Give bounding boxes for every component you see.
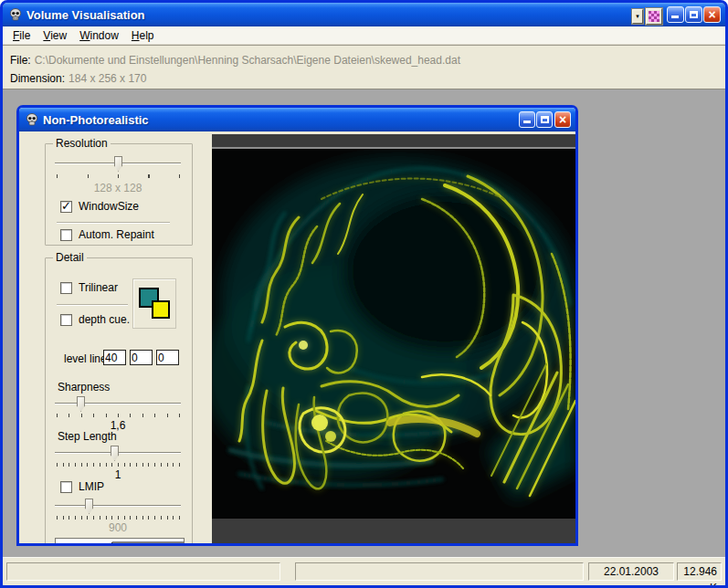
lmip-label: LMIP	[79, 480, 104, 493]
status-date: 22.01.2003	[588, 562, 674, 581]
resolution-slider-ticks	[57, 174, 181, 178]
step-length-slider-ticks	[57, 463, 181, 467]
step-length-slider[interactable]	[55, 445, 181, 461]
trilinear-label: Trilinear	[79, 281, 118, 294]
autom-repaint-checkbox[interactable]	[60, 229, 72, 241]
level-lines-input-3[interactable]	[156, 350, 179, 365]
check-icon	[61, 199, 71, 213]
dialog-minimize-button[interactable]	[519, 111, 535, 128]
pattern-tool-button[interactable]	[646, 8, 662, 25]
resolution-group-label: Resolution	[53, 137, 111, 150]
transfer-function-curve	[56, 539, 184, 543]
step-length-slider-thumb[interactable]	[111, 446, 119, 461]
render-viewport[interactable]	[212, 134, 575, 543]
transfer-function-editor[interactable]	[55, 538, 185, 543]
status-bar: 22.01.2003 12.946 K	[3, 557, 725, 585]
maximize-button[interactable]	[685, 6, 702, 23]
dialog-title: Non-Photorealistic	[43, 113, 149, 127]
slider-track	[55, 403, 181, 404]
windowsize-checkbox[interactable]	[60, 201, 72, 213]
dialog-close-button[interactable]: ×	[554, 111, 571, 128]
sharpness-slider-thumb[interactable]	[77, 396, 85, 412]
windowsize-label: WindowSize	[79, 200, 139, 213]
main-titlebar[interactable]: Volume Visualisation ▼ ×	[3, 3, 725, 26]
resolution-slider-thumb[interactable]	[114, 156, 122, 172]
maximize-icon	[541, 116, 549, 123]
minimize-icon	[523, 121, 531, 123]
lmip-slider[interactable]	[55, 498, 181, 514]
sharpness-slider-ticks	[57, 414, 181, 417]
menu-view[interactable]: View	[37, 27, 73, 44]
file-label: File:	[10, 54, 31, 67]
step-length-value: 1	[55, 468, 181, 481]
color-swatch-box	[132, 278, 176, 329]
file-path: C:\Dokumente und Einstellungen\Henning S…	[35, 54, 460, 67]
dropdown-button[interactable]: ▼	[632, 9, 643, 24]
lmip-checkbox[interactable]	[60, 481, 72, 493]
depth-cue-label: depth cue.	[79, 313, 130, 326]
main-window-title: Volume Visualisation	[26, 8, 145, 22]
maximize-icon	[690, 11, 698, 18]
secondary-color-swatch[interactable]	[152, 300, 170, 319]
detail-group: Detail Trilinear depth cue. level lines …	[45, 257, 193, 543]
minimize-button[interactable]	[667, 6, 684, 23]
info-panel: File:C:\Dokumente und Einstellungen\Henn…	[3, 45, 725, 89]
volume-rendering	[212, 149, 575, 519]
step-length-label: Step Length	[58, 430, 117, 443]
lmip-slider-thumb[interactable]	[85, 499, 93, 514]
skull-icon	[25, 112, 39, 127]
menu-file[interactable]: File	[6, 27, 37, 44]
checker-pattern-icon	[649, 11, 659, 22]
main-window: Volume Visualisation ▼ × File View Windo…	[0, 0, 728, 588]
lmip-value: 900	[55, 521, 181, 534]
sharpness-label: Sharpness	[58, 381, 110, 394]
menu-help[interactable]: Help	[125, 27, 161, 44]
dimension-value: 184 x 256 x 170	[69, 72, 146, 85]
level-lines-input-2[interactable]	[130, 350, 153, 365]
trilinear-checkbox[interactable]	[60, 282, 72, 294]
slider-track	[55, 505, 181, 507]
close-button[interactable]: ×	[703, 6, 721, 23]
close-icon: ×	[559, 113, 566, 126]
skull-icon	[8, 7, 23, 22]
depth-cue-checkbox[interactable]	[60, 314, 72, 326]
lmip-slider-ticks	[57, 516, 181, 520]
dialog-client-area: Resolution 128 x 128 WindowSize Autom. R…	[19, 131, 575, 543]
menu-window[interactable]: Window	[73, 27, 125, 44]
down-arrow-icon: ▼	[635, 14, 640, 19]
detail-group-label: Detail	[53, 251, 87, 264]
level-lines-input-1[interactable]	[103, 350, 126, 365]
dialog-maximize-button[interactable]	[536, 111, 553, 128]
dimension-label: Dimension:	[10, 72, 65, 85]
resolution-group: Resolution 128 x 128 WindowSize Autom. R…	[45, 143, 193, 246]
non-photorealistic-dialog: Non-Photorealistic × Resolution 128 x 12…	[16, 105, 578, 546]
separator	[57, 304, 128, 306]
dialog-titlebar[interactable]: Non-Photorealistic ×	[19, 108, 575, 131]
separator	[57, 222, 170, 224]
sharpness-slider[interactable]	[55, 395, 181, 412]
menu-bar: File View Window Help	[3, 26, 725, 45]
status-panel-main	[6, 562, 280, 581]
close-icon: ×	[708, 8, 715, 21]
status-memory: 12.946 K	[677, 562, 722, 581]
status-panel-secondary	[295, 562, 584, 581]
minimize-icon	[671, 16, 679, 18]
resolution-value: 128 x 128	[55, 182, 181, 194]
autom-repaint-label: Autom. Repaint	[79, 228, 154, 241]
resolution-slider[interactable]	[55, 155, 181, 172]
